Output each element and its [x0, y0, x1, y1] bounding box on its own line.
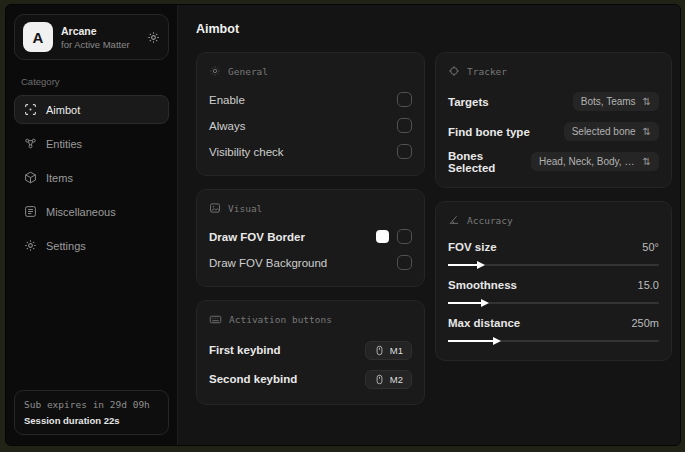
gear-icon[interactable]: [147, 31, 160, 44]
slider-fill[interactable]: [448, 340, 494, 342]
panel-visual: Visual Draw FOV Border Draw FOV Backgrou…: [196, 189, 425, 287]
panel-accuracy: Accuracy FOV size 50° Smoothness: [435, 201, 672, 361]
app-window: A Arcane for Active Matter Category Aimb: [5, 4, 681, 446]
panel-title: Tracker: [467, 66, 507, 77]
panel-title: Visual: [228, 203, 262, 214]
angle-icon: [448, 214, 460, 226]
setting-label: Targets: [448, 96, 489, 108]
brand-logo: A: [23, 22, 53, 52]
session-duration-text: Session duration 22s: [24, 415, 159, 426]
second-keybind-button[interactable]: M2: [365, 370, 412, 389]
setting-label: Draw FOV Border: [209, 231, 305, 243]
image-icon: [209, 202, 221, 214]
slider-label: Smoothness: [448, 279, 517, 291]
entities-icon: [24, 137, 37, 150]
sidebar-item-settings[interactable]: Settings: [14, 231, 169, 260]
page-title: Aimbot: [196, 22, 672, 36]
setting-row-first-keybind: First keybind M1: [209, 337, 412, 363]
cube-icon: [24, 171, 37, 184]
panel-visual-header: Visual: [209, 202, 412, 214]
sidebar-item-label: Miscellaneous: [46, 206, 116, 218]
sidebar-item-aimbot[interactable]: Aimbot: [14, 95, 169, 124]
keybind-value: M1: [390, 345, 403, 356]
sidebar-item-label: Settings: [46, 240, 86, 252]
panel-tracker: Tracker Targets Bots, Teams ⇅ Find bone …: [435, 52, 672, 188]
sun-icon: [209, 65, 221, 77]
setting-row-bones-selected: Bones Selected Head, Neck, Body, Pe… ⇅: [448, 148, 659, 175]
subscription-card: Sub expires in 29d 09h Session duration …: [14, 390, 169, 435]
scan-icon: [24, 103, 37, 116]
draw-fov-border-checkbox[interactable]: [397, 229, 412, 244]
setting-label: First keybind: [209, 344, 281, 356]
panel-title: General: [228, 66, 268, 77]
setting-row-targets: Targets Bots, Teams ⇅: [448, 88, 659, 115]
unfold-icon: ⇅: [643, 157, 651, 167]
brand-name: Arcane: [61, 25, 130, 37]
slider-max-distance: Max distance 250m: [448, 313, 659, 342]
setting-row-find-bone-type: Find bone type Selected bone ⇅: [448, 118, 659, 145]
sidebar-item-label: Entities: [46, 138, 82, 150]
sidebar-item-entities[interactable]: Entities: [14, 129, 169, 158]
panel-general: General Enable Always Visibility check: [196, 52, 425, 176]
targets-dropdown[interactable]: Bots, Teams ⇅: [573, 92, 659, 111]
slider-smoothness: Smoothness 15.0: [448, 275, 659, 304]
setting-label: Find bone type: [448, 126, 530, 138]
slider-fill[interactable]: [448, 264, 478, 266]
sidebar-item-label: Items: [46, 172, 73, 184]
category-label: Category: [21, 76, 162, 87]
mouse-icon: [374, 374, 385, 385]
max-distance-slider[interactable]: [448, 340, 659, 342]
draw-fov-background-checkbox[interactable]: [397, 255, 412, 270]
panel-title: Accuracy: [467, 215, 513, 226]
panel-title: Activation buttons: [229, 314, 332, 325]
setting-row-second-keybind: Second keybind M2: [209, 366, 412, 392]
keyboard-icon: [209, 313, 222, 326]
brand-text: Arcane for Active Matter: [61, 25, 130, 50]
target-icon: [448, 65, 460, 77]
first-keybind-button[interactable]: M1: [365, 341, 412, 360]
bones-selected-dropdown[interactable]: Head, Neck, Body, Pe… ⇅: [531, 152, 659, 171]
brand-subtitle: for Active Matter: [61, 39, 130, 50]
smoothness-slider[interactable]: [448, 302, 659, 304]
panel-activation-buttons: Activation buttons First keybind M1: [196, 300, 425, 405]
setting-label: Second keybind: [209, 373, 297, 385]
visibility-check-checkbox[interactable]: [397, 144, 412, 159]
panel-general-header: General: [209, 65, 412, 77]
setting-label: Enable: [209, 94, 245, 106]
setting-row-draw-fov-background: Draw FOV Background: [209, 251, 412, 274]
panel-tracker-header: Tracker: [448, 65, 659, 77]
always-checkbox[interactable]: [397, 118, 412, 133]
find-bone-type-dropdown[interactable]: Selected bone ⇅: [564, 122, 659, 141]
setting-label: Draw FOV Background: [209, 257, 327, 269]
setting-row-always: Always: [209, 114, 412, 137]
brand-card: A Arcane for Active Matter: [14, 14, 169, 60]
fov-size-slider[interactable]: [448, 264, 659, 266]
sidebar-item-label: Aimbot: [46, 104, 80, 116]
panel-accuracy-header: Accuracy: [448, 214, 659, 226]
sidebar: A Arcane for Active Matter Category Aimb: [6, 5, 178, 445]
slider-fov-size: FOV size 50°: [448, 237, 659, 266]
slider-fill[interactable]: [448, 302, 482, 304]
sidebar-item-items[interactable]: Items: [14, 163, 169, 192]
slider-value: 15.0: [638, 279, 659, 291]
setting-label: Always: [209, 120, 245, 132]
enable-checkbox[interactable]: [397, 92, 412, 107]
main-content: Aimbot General Enable: [178, 5, 681, 445]
slider-label: FOV size: [448, 241, 497, 253]
color-swatch[interactable]: [376, 230, 389, 243]
setting-label: Bones Selected: [448, 150, 531, 174]
panel-activation-header: Activation buttons: [209, 313, 412, 326]
slider-label: Max distance: [448, 317, 520, 329]
setting-label: Visibility check: [209, 146, 284, 158]
unfold-icon: ⇅: [643, 97, 651, 107]
list-icon: [24, 205, 37, 218]
dropdown-value: Selected bone: [572, 126, 636, 137]
slider-value: 50°: [642, 241, 659, 253]
slider-value: 250m: [631, 317, 659, 329]
dropdown-value: Bots, Teams: [581, 96, 636, 107]
unfold-icon: ⇅: [643, 127, 651, 137]
dropdown-value: Head, Neck, Body, Pe…: [539, 156, 636, 167]
sidebar-item-miscellaneous[interactable]: Miscellaneous: [14, 197, 169, 226]
setting-row-enable: Enable: [209, 88, 412, 111]
setting-row-draw-fov-border: Draw FOV Border: [209, 225, 412, 248]
